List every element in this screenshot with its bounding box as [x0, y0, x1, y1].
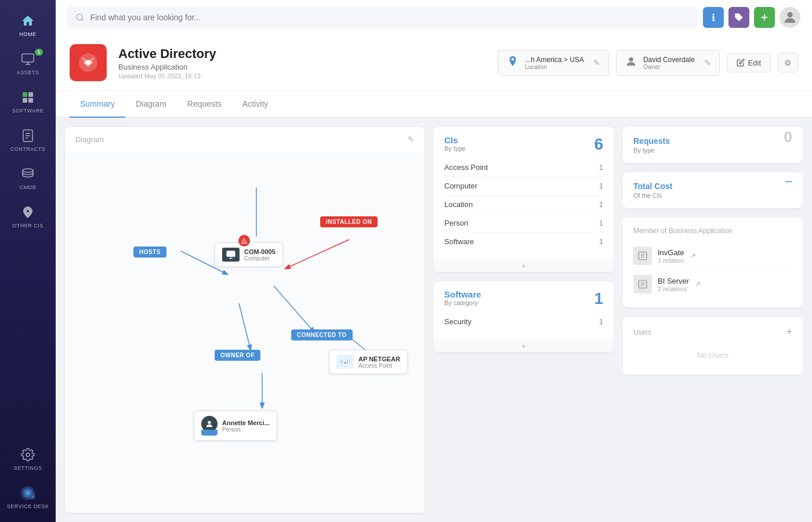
cmdb-icon: [20, 166, 36, 182]
header-settings-button[interactable]: ⚙: [778, 53, 798, 72]
ap-node[interactable]: AP NETGEAR Access Point: [329, 350, 408, 374]
tag-button[interactable]: [728, 7, 749, 28]
scroll-indicator: ▲: [434, 259, 614, 272]
svg-point-10: [26, 453, 30, 456]
sidebar-label-software: SOFTWARE: [12, 108, 44, 114]
sidebar-item-home[interactable]: HOME: [0, 6, 56, 44]
diagram-edit-icon[interactable]: ✎: [408, 135, 414, 144]
software-scroll-indicator: ▲: [434, 339, 614, 352]
computer-node-type: Computer: [244, 255, 276, 262]
ci-count-software: 1: [599, 237, 603, 246]
total-cost-subtitle: Of the CIs: [633, 192, 792, 199]
sidebar-item-cmdb[interactable]: CMDB: [0, 159, 56, 197]
member-panel: Member of Business Application InvGate 1…: [623, 217, 803, 307]
location-edit-icon[interactable]: ✎: [593, 58, 600, 67]
ci-count-location: 1: [599, 200, 603, 209]
svg-point-18: [787, 12, 792, 17]
other-cis-icon: [20, 204, 36, 220]
svg-point-13: [26, 491, 30, 495]
installed-on-badge: INSTALLED ON: [320, 216, 378, 227]
diagram-svg: [65, 153, 425, 513]
search-wrap[interactable]: [67, 6, 697, 28]
owner-icon: [625, 55, 637, 71]
ci-count-person: 1: [599, 219, 603, 227]
ap-node-name: AP NETGEAR: [358, 356, 400, 362]
search-input[interactable]: [90, 13, 689, 22]
computer-node-icon: [222, 248, 240, 262]
person-node[interactable]: Annette Merci... Person: [194, 411, 277, 441]
svg-rect-3: [23, 98, 27, 103]
ci-count-computer: 1: [599, 182, 603, 190]
diagram-area[interactable]: INSTALLED ON HOSTS COM-0005 Computer: [65, 153, 425, 513]
requests-panel: Requests 0 By type: [623, 127, 803, 163]
add-button[interactable]: [754, 7, 775, 28]
requests-count: 0: [784, 128, 792, 146]
svg-rect-1: [23, 92, 27, 97]
right-col: Requests 0 By type Total Cost – Of the C…: [623, 127, 803, 513]
software-count: 1: [594, 289, 603, 308]
ci-label-access-point: Access Point: [444, 163, 488, 172]
contracts-icon: [20, 128, 36, 144]
ap-node-type: Access Point: [358, 362, 400, 369]
invgate-link-icon[interactable]: ↗: [690, 252, 696, 260]
svg-point-15: [31, 495, 34, 498]
edit-button[interactable]: Edit: [727, 53, 771, 72]
svg-rect-0: [22, 54, 34, 62]
sidebar-item-other-cis[interactable]: OTHER CIs: [0, 197, 56, 235]
owner-card[interactable]: David Coverdale Owner ✎: [616, 50, 720, 76]
person-node-type: Person: [222, 426, 270, 433]
diagram-header: Diagram ✎: [65, 127, 425, 153]
avatar[interactable]: [780, 7, 800, 28]
content-grid: Diagram ✎: [56, 118, 812, 522]
bi-server-relations: 2 relations: [658, 285, 689, 292]
bi-server-link-icon[interactable]: ↗: [695, 280, 701, 288]
assets-badge: 5: [35, 49, 43, 56]
svg-rect-29: [227, 251, 235, 257]
total-cost-panel: Total Cost – Of the CIs: [623, 172, 803, 208]
sidebar-label-service-desk: SERVICE DESK: [7, 503, 49, 509]
info-button[interactable]: ℹ: [703, 7, 724, 28]
cis-title: CIs: [444, 135, 466, 145]
location-value: ...h America > USA: [525, 56, 584, 64]
asset-subtitle: Business Application: [118, 63, 486, 71]
software-rows: Security 1: [434, 313, 614, 339]
computer-node[interactable]: COM-0005 Computer: [215, 242, 283, 267]
owner-label: Owner: [643, 64, 695, 70]
tab-summary[interactable]: Summary: [70, 91, 125, 118]
add-user-button[interactable]: +: [786, 326, 792, 338]
owner-edit-icon[interactable]: ✎: [704, 58, 711, 67]
topbar: ℹ: [56, 0, 812, 35]
total-cost-value: –: [785, 173, 792, 188]
owner-value: David Coverdale: [643, 56, 695, 64]
sidebar-item-settings[interactable]: SETTINGS: [0, 440, 56, 478]
software-label-security: Security: [444, 317, 472, 326]
location-card[interactable]: ...h America > USA Location ✎: [498, 50, 609, 76]
requests-title: Requests: [633, 136, 792, 146]
member-bi-server[interactable]: BI Server 2 relations ↗: [633, 270, 792, 298]
invgate-name: InvGate: [658, 248, 684, 257]
software-count-security: 1: [599, 317, 603, 326]
diagram-title: Diagram: [75, 135, 104, 144]
asset-icon: [70, 44, 107, 81]
tab-diagram[interactable]: Diagram: [125, 91, 177, 118]
sidebar-label-other-cis: OTHER CIs: [12, 223, 44, 229]
svg-line-26: [239, 303, 251, 350]
service-desk-icon: [20, 485, 36, 501]
member-invgate[interactable]: InvGate 1 relation ↗: [633, 242, 792, 270]
requests-subtitle: By type: [633, 147, 792, 154]
svg-point-9: [23, 169, 33, 172]
sidebar-item-contracts[interactable]: CONTRACTS: [0, 121, 56, 159]
person-avatar: [201, 416, 217, 436]
software-subtitle: By category: [444, 299, 481, 306]
sidebar-item-assets[interactable]: 5 ASSETS: [0, 44, 56, 82]
tab-activity[interactable]: Activity: [232, 91, 278, 118]
ci-label-computer: Computer: [444, 182, 477, 190]
software-panel: Software By category 1 Security 1 ▲: [434, 281, 614, 352]
location-icon: [506, 55, 519, 71]
sidebar-item-service-desk[interactable]: SERVICE DESK: [0, 478, 56, 516]
svg-point-21: [629, 57, 633, 61]
sidebar-item-software[interactable]: SOFTWARE: [0, 82, 56, 121]
tab-requests[interactable]: Requests: [177, 91, 232, 118]
ci-row-computer: Computer 1: [444, 177, 603, 195]
ci-row-software: Software 1: [444, 233, 603, 251]
